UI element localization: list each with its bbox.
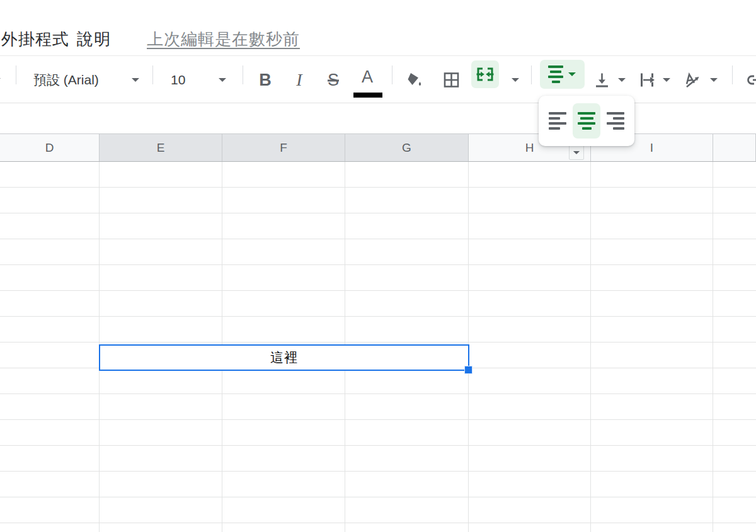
vertical-align-button[interactable] (590, 71, 613, 88)
align-bar (549, 117, 560, 120)
column-header-label: E (157, 141, 165, 155)
align-bar (548, 76, 563, 78)
column-header-partial[interactable] (713, 134, 756, 161)
text-rotation-caret[interactable] (709, 77, 718, 82)
bold-label: B (259, 70, 272, 89)
last-edit-link[interactable]: 上次編輯是在數秒前 (147, 28, 300, 50)
toolbar-divider (16, 65, 16, 84)
clipped-dropdown-caret[interactable] (0, 77, 1, 82)
strikethrough-button[interactable]: S (322, 70, 345, 89)
strikethrough-label: S (328, 70, 339, 89)
column-header-G[interactable]: G (345, 134, 469, 161)
align-left-icon (549, 112, 566, 130)
align-dropdown-card (539, 96, 634, 146)
align-center-option[interactable] (573, 103, 600, 139)
fill-handle[interactable] (464, 366, 472, 374)
align-bar (549, 112, 566, 115)
column-header-label: F (280, 141, 287, 155)
column-header-label: H (525, 141, 534, 155)
merged-cell-selection[interactable]: 這裡 (99, 344, 469, 371)
fill-color-button[interactable] (403, 71, 425, 89)
menu-bar: 外掛程式 說明 上次編輯是在數秒前 (0, 0, 756, 56)
borders-button[interactable] (440, 71, 462, 88)
align-bar (549, 127, 560, 130)
merged-cell-text: 這裡 (270, 349, 298, 366)
insert-link-button[interactable] (747, 72, 756, 88)
merge-cells-button[interactable] (471, 60, 499, 88)
paint-bucket-icon (405, 71, 423, 89)
horizontal-align-button[interactable] (540, 60, 585, 89)
text-wrap-icon (638, 71, 656, 88)
font-size-value: 10 (171, 72, 185, 88)
column-header-D[interactable]: D (0, 134, 100, 161)
column-header-label: D (45, 141, 54, 155)
italic-button[interactable]: I (288, 70, 311, 90)
spreadsheet: DEFGHI 這裡 (0, 133, 756, 532)
horizontal-align-caret (568, 72, 576, 77)
toolbar-divider (732, 65, 733, 84)
align-bar (613, 117, 624, 120)
align-bar (552, 81, 560, 83)
column-header-label: G (402, 141, 411, 155)
toolbar-divider (531, 65, 532, 84)
sheets-app: 端硬碟 外掛程式 說明 上次編輯是在數秒前 預設 (Arial) 10 B I (0, 0, 756, 532)
align-center-icon (578, 112, 595, 130)
text-wrap-button[interactable] (636, 71, 658, 88)
bold-button[interactable]: B (254, 70, 277, 89)
vertical-align-icon (593, 71, 610, 88)
align-right-icon (607, 112, 624, 130)
text-color-label: A (362, 67, 373, 87)
align-bar (582, 127, 592, 130)
column-h-dropdown-button[interactable] (569, 145, 584, 160)
merge-cells-icon (476, 66, 495, 82)
align-right-option[interactable] (602, 103, 629, 139)
font-size-selector[interactable]: 10 (171, 72, 185, 88)
vertical-align-caret[interactable] (617, 77, 626, 82)
toolbar: 預設 (Arial) 10 B I S A (0, 57, 756, 103)
grid-area[interactable]: 這裡 (0, 162, 756, 532)
column-header-E[interactable]: E (100, 134, 222, 161)
align-bar (580, 117, 593, 120)
toolbar-divider (152, 65, 153, 84)
column-headers: DEFGHI (0, 133, 756, 162)
font-family-caret[interactable] (131, 77, 140, 82)
borders-icon (443, 71, 460, 88)
gridline-vertical (590, 162, 591, 532)
column-header-label: I (650, 141, 653, 155)
gridline-vertical (713, 162, 713, 532)
align-bar (578, 122, 595, 125)
horizontal-align-icon (548, 65, 563, 83)
text-wrap-caret[interactable] (662, 77, 671, 82)
text-rotation-button[interactable] (680, 71, 704, 88)
align-left-option[interactable] (544, 103, 571, 139)
toolbar-divider (392, 65, 392, 84)
align-bar (607, 122, 624, 125)
menu-item-addons[interactable]: 外掛程式 (1, 28, 69, 50)
font-family-selector[interactable]: 預設 (Arial) (33, 71, 99, 89)
align-bar (613, 127, 624, 130)
column-header-F[interactable]: F (222, 134, 345, 161)
font-family-value: 預設 (Arial) (33, 71, 99, 89)
menu-item-help[interactable]: 說明 (77, 28, 111, 50)
merge-cells-caret[interactable] (511, 77, 520, 82)
align-bar (578, 112, 595, 115)
align-bar (548, 65, 563, 68)
insert-link-icon (747, 72, 756, 88)
font-size-caret[interactable] (218, 77, 227, 82)
text-color-swatch (353, 93, 382, 98)
align-bar (607, 112, 624, 115)
italic-label: I (296, 70, 302, 90)
align-bar (550, 71, 561, 73)
toolbar-divider (243, 65, 243, 84)
align-bar (549, 122, 566, 125)
text-rotation-icon (682, 71, 701, 88)
text-color-button[interactable]: A (356, 67, 379, 87)
